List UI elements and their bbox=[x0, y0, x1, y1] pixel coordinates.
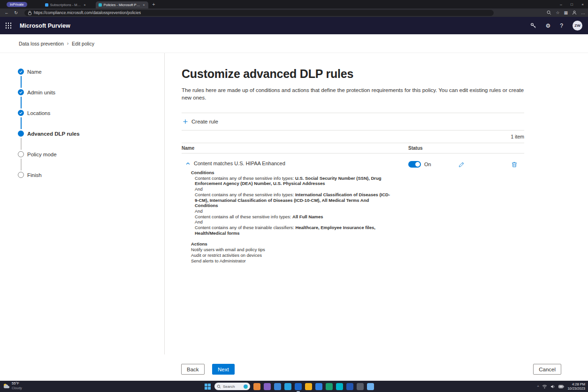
column-header-status[interactable]: Status bbox=[408, 146, 524, 151]
profile-icon[interactable] bbox=[572, 10, 577, 15]
back-button[interactable]: ← bbox=[2, 10, 11, 15]
taskbar-app-icon[interactable] bbox=[315, 383, 322, 390]
taskbar-app-icon[interactable] bbox=[326, 383, 333, 390]
taskbar-app-icon[interactable] bbox=[264, 383, 271, 390]
rule-status-toggle[interactable] bbox=[408, 161, 421, 168]
table-header: Name Status bbox=[182, 143, 524, 154]
step-connector bbox=[21, 138, 22, 150]
taskbar-weather-widget[interactable]: 55°F Cloudy bbox=[3, 381, 22, 391]
waffle-icon bbox=[6, 23, 12, 29]
create-rule-label: Create rule bbox=[191, 119, 218, 124]
stepper-step-policy-mode[interactable]: Policy mode bbox=[18, 151, 164, 157]
battery-icon[interactable] bbox=[558, 385, 564, 388]
header-actions: ⚙ ? ZW bbox=[530, 21, 582, 31]
step-upcoming-icon bbox=[18, 151, 24, 157]
toolbar-actions: ☆ ▦ … bbox=[547, 8, 585, 17]
new-tab-button[interactable]: + bbox=[153, 2, 155, 7]
taskbar-app-icon[interactable] bbox=[253, 383, 260, 390]
stepper-step-finish[interactable]: Finish bbox=[18, 172, 164, 178]
breadcrumb-parent[interactable]: Data loss prevention bbox=[19, 41, 64, 46]
help-icon[interactable]: ? bbox=[560, 23, 563, 29]
window-minimize-button[interactable]: – bbox=[556, 0, 566, 8]
column-header-name[interactable]: Name bbox=[182, 146, 408, 151]
content-area: Name Admin units Locations Advanced DLP … bbox=[0, 53, 588, 354]
collapse-rule-button[interactable] bbox=[185, 161, 191, 166]
edit-rule-button[interactable] bbox=[458, 161, 466, 169]
taskbar-search[interactable]: Search bbox=[214, 383, 250, 390]
toggle-knob bbox=[415, 162, 420, 167]
condition-values: All Full Names bbox=[292, 214, 323, 219]
stepper-step-name[interactable]: Name bbox=[18, 69, 164, 75]
main-content: Customize advanced DLP rules The rules h… bbox=[165, 53, 588, 354]
window-controls: – □ × bbox=[556, 0, 588, 8]
window-close-button[interactable]: × bbox=[577, 0, 588, 8]
wifi-icon[interactable] bbox=[542, 384, 547, 389]
tab-title: Subscriptions - Microsoft 365 ad bbox=[50, 3, 82, 7]
condition-connector: And bbox=[195, 219, 390, 225]
account-avatar[interactable]: ZW bbox=[573, 21, 582, 31]
key-icon[interactable] bbox=[530, 23, 536, 29]
create-rule-button[interactable]: Create rule bbox=[182, 117, 221, 126]
condition-connector: And bbox=[195, 208, 390, 214]
start-button[interactable] bbox=[204, 383, 211, 390]
condition-prefix: Content contains all of these sensitive … bbox=[195, 214, 292, 219]
taskbar-center: Search bbox=[204, 381, 374, 392]
favorites-star-icon[interactable]: ☆ bbox=[556, 10, 559, 15]
step-connector bbox=[21, 159, 22, 170]
rule-status-label: On bbox=[424, 161, 431, 167]
tab-close-icon[interactable]: × bbox=[84, 3, 86, 7]
pencil-icon bbox=[458, 161, 465, 168]
settings-gear-icon[interactable]: ⚙ bbox=[546, 23, 551, 29]
step-connector bbox=[21, 117, 22, 129]
window-maximize-button[interactable]: □ bbox=[566, 0, 577, 8]
tab-close-icon[interactable]: × bbox=[143, 3, 145, 7]
wizard-stepper: Name Admin units Locations Advanced DLP … bbox=[0, 53, 165, 354]
rule-row: Content matches U.S. HIPAA Enhanced Cond… bbox=[182, 154, 524, 263]
stepper-step-admin-units[interactable]: Admin units bbox=[18, 89, 164, 95]
back-button[interactable]: Back bbox=[181, 364, 205, 375]
rule-name-cell: Content matches U.S. HIPAA Enhanced Cond… bbox=[182, 161, 408, 263]
app-launcher-button[interactable] bbox=[0, 17, 17, 34]
address-bar[interactable]: https://compliance.microsoft.com/datalos… bbox=[24, 10, 494, 16]
step-upcoming-icon bbox=[18, 172, 24, 178]
condition-connector: And bbox=[195, 186, 390, 192]
taskbar-app-icon[interactable] bbox=[305, 383, 312, 390]
rule-action: Notify users with email and policy tips bbox=[191, 247, 408, 253]
taskbar-app-icon[interactable] bbox=[346, 383, 353, 390]
actions-heading: Actions bbox=[191, 241, 408, 247]
search-label: Search bbox=[223, 384, 235, 389]
refresh-button[interactable]: ↻ bbox=[11, 10, 21, 15]
taskbar-app-icon[interactable] bbox=[284, 383, 291, 390]
tab-title: Policies - Microsoft Purview bbox=[104, 3, 141, 7]
search-zoom-icon[interactable] bbox=[547, 10, 551, 15]
browser-menu-icon[interactable]: … bbox=[581, 10, 585, 15]
tray-chevron-icon[interactable]: ^ bbox=[537, 384, 539, 389]
taskbar-app-icon[interactable] bbox=[295, 383, 302, 390]
step-label: Advanced DLP rules bbox=[27, 131, 80, 137]
stepper-step-advanced-dlp-rules[interactable]: Advanced DLP rules bbox=[18, 131, 164, 137]
taskbar-app-icon[interactable] bbox=[336, 383, 343, 390]
delete-rule-button[interactable] bbox=[511, 161, 518, 169]
url-text: https://compliance.microsoft.com/datalos… bbox=[34, 10, 141, 15]
plus-icon bbox=[183, 119, 188, 124]
conditions-heading: Conditions bbox=[191, 170, 408, 176]
taskbar-app-icon[interactable] bbox=[274, 383, 281, 390]
volume-icon[interactable] bbox=[550, 384, 555, 389]
page-title: Customize advanced DLP rules bbox=[182, 67, 524, 81]
taskbar-app-icon[interactable] bbox=[357, 383, 364, 390]
browser-tab-inactive[interactable]: Subscriptions - Microsoft 365 ad × bbox=[42, 1, 89, 8]
app-title: Microsoft Purview bbox=[20, 23, 70, 29]
breadcrumb-current: Edit policy bbox=[72, 41, 94, 46]
next-button[interactable]: Next bbox=[212, 364, 235, 375]
cancel-button[interactable]: Cancel bbox=[533, 364, 561, 375]
rule-condition: Content contains any of these sensitive … bbox=[195, 192, 390, 208]
clock-date: 10/23/2023 bbox=[567, 386, 585, 391]
stepper-step-locations[interactable]: Locations bbox=[18, 110, 164, 116]
taskbar-clock[interactable]: 4:28 PM 10/23/2023 bbox=[567, 382, 585, 391]
taskbar-app-icon[interactable] bbox=[367, 383, 374, 390]
tab-favicon-icon bbox=[45, 3, 48, 7]
rule-name[interactable]: Content matches U.S. HIPAA Enhanced bbox=[194, 161, 285, 166]
browser-tab-active[interactable]: Policies - Microsoft Purview × bbox=[96, 1, 148, 8]
taskbar: 55°F Cloudy Search bbox=[0, 381, 588, 392]
collections-icon[interactable]: ▦ bbox=[564, 10, 568, 15]
